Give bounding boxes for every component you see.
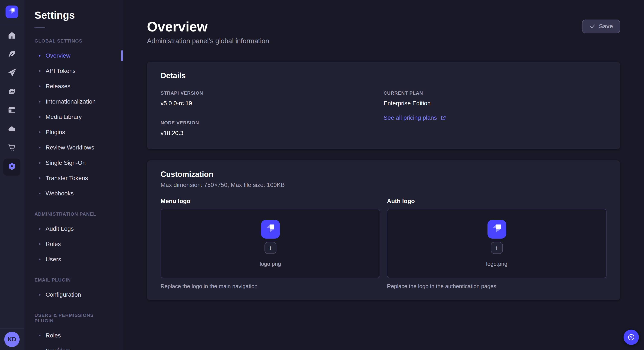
save-button[interactable]: Save: [582, 19, 620, 33]
save-button-label: Save: [599, 23, 613, 30]
settings-nav-item-admin-users[interactable]: Users: [24, 252, 123, 267]
nav-item-label: Review Workflows: [46, 144, 94, 151]
bullet-icon: [39, 177, 40, 179]
nav-item-label: Roles: [46, 241, 61, 247]
rail-footer: KD: [0, 328, 24, 350]
pricing-plans-link[interactable]: See all pricing plans: [384, 114, 446, 121]
settings-nav-item-api-tokens[interactable]: API Tokens: [24, 63, 123, 79]
bullet-icon: [39, 243, 40, 245]
nav-item-label: Roles: [46, 332, 61, 339]
auth-logo-filename: logo.png: [486, 261, 508, 267]
strapi-brand-logo[interactable]: [6, 5, 18, 18]
strapi-logo-icon: [489, 220, 505, 238]
email-plugin-list: Configuration: [24, 287, 123, 302]
node-version-value: v18.20.3: [160, 129, 384, 137]
settings-nav-item-review-workflows[interactable]: Review Workflows: [24, 140, 123, 155]
settings-nav-item-up-roles[interactable]: Roles: [24, 328, 123, 343]
bullet-icon: [39, 116, 40, 118]
strapi-logo-icon: [262, 220, 278, 238]
auth-logo-label: Auth logo: [387, 197, 606, 205]
details-right-column: CURRENT PLAN Enterprise Edition See all …: [384, 90, 606, 137]
subnav-title-divider: [34, 27, 45, 28]
nav-content-manager[interactable]: [4, 46, 20, 63]
nav-releases[interactable]: [4, 103, 20, 120]
nav-media-library[interactable]: [4, 84, 20, 101]
nav-item-label: Configuration: [46, 291, 81, 298]
gear-icon: [7, 162, 16, 173]
main-content: Overview Administration panel’s global i…: [123, 0, 644, 350]
settings-nav-item-up-providers[interactable]: Providers: [24, 343, 123, 350]
menu-logo-add-button[interactable]: +: [264, 242, 276, 254]
strapi-logo-icon: [6, 5, 18, 18]
administration-panel-list: Audit Logs Roles Users: [24, 221, 123, 267]
nav-settings[interactable]: [4, 159, 20, 176]
page-title: Overview: [147, 19, 269, 35]
settings-nav-item-audit-logs[interactable]: Audit Logs: [24, 221, 123, 236]
nav-item-label: Webhooks: [46, 190, 74, 197]
details-card-title: Details: [160, 72, 606, 80]
bullet-icon: [39, 228, 40, 230]
auth-logo-zone: Auth logo + logo.png Replace the logo in…: [387, 197, 606, 290]
strapi-version-field: STRAPI VERSION v5.0.0-rc.19: [160, 90, 384, 108]
bullet-icon: [39, 85, 40, 87]
nav-item-label: Users: [46, 256, 61, 263]
settings-nav-item-webhooks[interactable]: Webhooks: [24, 186, 123, 201]
nav-item-label: Internationalization: [46, 98, 96, 105]
menu-logo-filename: logo.png: [260, 261, 281, 267]
pricing-link-label: See all pricing plans: [384, 114, 437, 121]
help-button[interactable]: ?: [624, 330, 639, 345]
details-left-column: STRAPI VERSION v5.0.0-rc.19 NODE VERSION…: [160, 90, 384, 137]
nav-home[interactable]: [4, 28, 20, 45]
customization-card-subtitle: Max dimension: 750×750, Max file size: 1…: [160, 181, 606, 189]
settings-subnav: Settings GLOBAL SETTINGS Overview API To…: [24, 0, 123, 350]
current-plan-label: CURRENT PLAN: [384, 90, 606, 97]
menu-logo-dropzone[interactable]: + logo.png: [160, 209, 380, 278]
check-icon: [589, 23, 596, 29]
rail-header: [0, 0, 24, 24]
page-header-text: Overview Administration panel’s global i…: [147, 19, 269, 45]
details-card: Details STRAPI VERSION v5.0.0-rc.19 NODE…: [147, 62, 620, 149]
settings-nav-item-overview[interactable]: Overview: [24, 48, 123, 63]
section-email-plugin: EMAIL PLUGIN: [34, 277, 112, 283]
plus-icon: +: [495, 244, 499, 252]
settings-nav-item-single-sign-on[interactable]: Single Sign-On: [24, 155, 123, 171]
settings-nav-item-media-library[interactable]: Media Library: [24, 109, 123, 125]
settings-nav-item-admin-roles[interactable]: Roles: [24, 236, 123, 252]
bullet-icon: [39, 162, 40, 164]
nav-item-label: Overview: [46, 52, 70, 59]
page-subtitle: Administration panel’s global informatio…: [147, 37, 269, 45]
home-icon: [8, 31, 16, 41]
section-users-permissions-plugin: USERS & PERMISSIONS PLUGIN: [34, 313, 112, 324]
user-avatar[interactable]: KD: [4, 332, 20, 347]
settings-nav-item-internationalization[interactable]: Internationalization: [24, 94, 123, 109]
bullet-icon: [39, 55, 40, 57]
active-item-indicator: [122, 50, 123, 61]
question-mark-icon: ?: [627, 333, 635, 341]
settings-nav-item-plugins[interactable]: Plugins: [24, 125, 123, 140]
settings-nav-item-releases[interactable]: Releases: [24, 79, 123, 94]
bullet-icon: [39, 101, 40, 103]
strapi-version-value: v5.0.0-rc.19: [160, 99, 384, 108]
users-permissions-list: Roles Providers: [24, 328, 123, 350]
nav-deploy[interactable]: [4, 121, 20, 138]
strapi-version-label: STRAPI VERSION: [160, 90, 384, 97]
settings-nav-item-transfer-tokens[interactable]: Transfer Tokens: [24, 171, 123, 186]
bullet-icon: [39, 259, 40, 260]
bullet-icon: [39, 193, 40, 194]
rail-nav: [0, 24, 24, 176]
nav-marketplace[interactable]: [4, 140, 20, 157]
menu-logo-caption: Replace the logo in the main navigation: [160, 282, 380, 290]
cloud-icon: [8, 124, 16, 135]
nav-item-label: Single Sign-On: [46, 160, 86, 166]
logo-grid: Menu logo + logo.png Replace the logo in…: [160, 197, 606, 290]
plus-icon: +: [268, 244, 272, 252]
bullet-icon: [39, 131, 40, 133]
auth-logo-dropzone[interactable]: + logo.png: [387, 209, 606, 278]
strapi-admin-app: KD Settings GLOBAL SETTINGS Overview API…: [0, 0, 644, 350]
auth-logo-add-button[interactable]: +: [491, 242, 503, 254]
settings-nav-item-email-configuration[interactable]: Configuration: [24, 287, 123, 302]
paper-plane-icon: [8, 68, 16, 79]
nav-item-label: Plugins: [46, 129, 65, 136]
nav-content-type-builder[interactable]: [4, 65, 20, 82]
subnav-title: Settings: [34, 10, 123, 20]
